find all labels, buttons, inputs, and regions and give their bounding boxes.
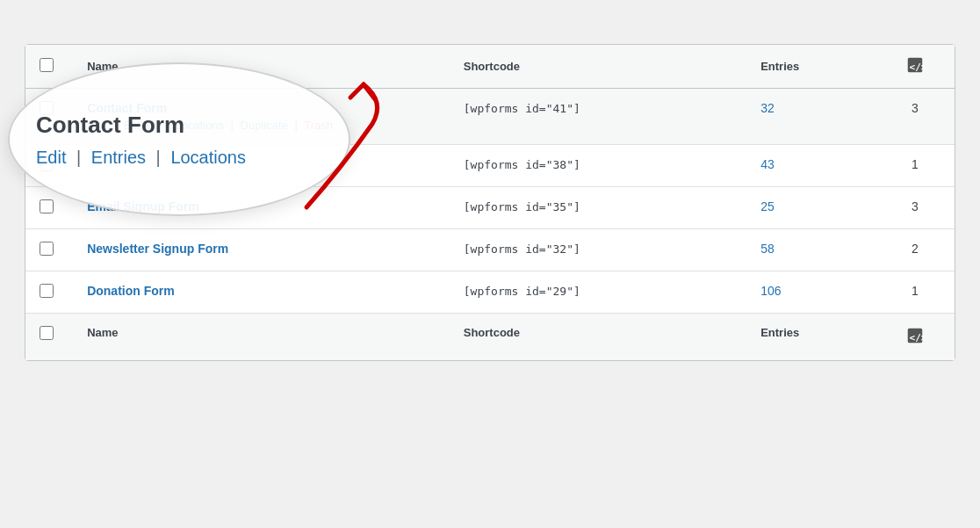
- forms-table: Name Shortcode Entries </>: [25, 45, 955, 360]
- code-icon: </>: [905, 64, 925, 77]
- entries-count: 32: [760, 101, 775, 115]
- header-name-col: Name: [73, 45, 450, 89]
- forms-table-container: Contact Form Edit | Entries | Locations: [25, 44, 955, 361]
- row-entries-cell: 58: [746, 229, 876, 271]
- row-checkbox-cell: [25, 89, 73, 145]
- form-name-link[interactable]: Email Signup Form: [87, 199, 199, 213]
- locations-link[interactable]: Locations: [175, 119, 224, 132]
- select-all-checkbox[interactable]: [40, 58, 54, 72]
- row-entries-cell: 106: [746, 271, 876, 314]
- row-checkbox[interactable]: [40, 157, 54, 171]
- row-name-cell: Donation Form: [73, 271, 450, 314]
- form-name-link[interactable]: Newsletter Signup Form: [87, 242, 228, 256]
- duplicate-link[interactable]: Duplicate: [241, 119, 288, 132]
- icon-count: 1: [912, 284, 919, 298]
- footer-name-col: Name: [73, 314, 450, 361]
- row-checkbox-cell: [25, 187, 73, 229]
- icon-count: 1: [912, 157, 919, 171]
- svg-text:</>: </>: [909, 61, 924, 73]
- icon-count: 3: [912, 101, 919, 115]
- footer-shortcode-col: Shortcode: [450, 314, 746, 361]
- entries-count: 25: [760, 199, 775, 213]
- row-checkbox-cell: [25, 145, 73, 187]
- header-entries-col: Entries: [746, 45, 876, 89]
- table-row: Donation Form [wpforms id="29"] 106 1: [25, 271, 955, 314]
- row-checkbox[interactable]: [40, 101, 54, 115]
- form-name-link[interactable]: Donation Form: [87, 284, 175, 298]
- row-checkbox[interactable]: [40, 242, 54, 256]
- shortcode-value: [wpforms id="35"]: [464, 200, 580, 213]
- table-row: Contact Form Edit | Entries | Locations …: [25, 89, 955, 145]
- icon-count: 2: [912, 242, 919, 256]
- row-shortcode-cell: [wpforms id="41"]: [450, 89, 746, 145]
- row-icon-cell: 1: [876, 271, 955, 314]
- shortcode-value: [wpforms id="32"]: [464, 242, 580, 256]
- row-icon-cell: 3: [876, 89, 955, 145]
- form-name-link[interactable]: [87, 157, 90, 171]
- row-entries-cell: 43: [746, 145, 876, 187]
- row-icon-cell: 2: [876, 229, 955, 271]
- entries-count: 106: [760, 284, 781, 298]
- footer-select-all-checkbox[interactable]: [40, 326, 54, 340]
- header-shortcode-col: Shortcode: [450, 45, 746, 89]
- table-row: [wpforms id="38"] 43 1: [25, 145, 955, 187]
- row-entries-cell: 25: [746, 187, 876, 229]
- row-shortcode-cell: [wpforms id="29"]: [450, 271, 746, 314]
- header-icon-col: </>: [876, 45, 955, 89]
- svg-text:</>: </>: [909, 332, 924, 344]
- row-shortcode-cell: [wpforms id="32"]: [450, 229, 746, 271]
- table-row: Newsletter Signup Form [wpforms id="32"]…: [25, 229, 955, 271]
- table-footer-row: Name Shortcode Entries </>: [25, 314, 955, 361]
- row-checkbox-cell: [25, 229, 73, 271]
- row-name-cell: Contact Form Edit | Entries | Locations …: [73, 89, 450, 145]
- row-name-cell: Email Signup Form: [73, 187, 450, 229]
- trash-link[interactable]: Trash: [304, 119, 333, 132]
- row-actions: Edit | Entries | Locations | Duplicate |…: [87, 119, 436, 132]
- row-name-cell: Newsletter Signup Form: [73, 229, 450, 271]
- footer-code-icon: </>: [905, 335, 925, 348]
- shortcode-value: [wpforms id="41"]: [464, 102, 580, 115]
- row-icon-cell: 3: [876, 187, 955, 229]
- entries-count: 58: [760, 242, 775, 256]
- footer-entries-col: Entries: [746, 314, 876, 361]
- row-shortcode-cell: [wpforms id="38"]: [450, 145, 746, 187]
- table-header-row: Name Shortcode Entries </>: [25, 45, 955, 89]
- row-entries-cell: 32: [746, 89, 876, 145]
- row-shortcode-cell: [wpforms id="35"]: [450, 187, 746, 229]
- shortcode-value: [wpforms id="38"]: [464, 158, 580, 171]
- row-checkbox-cell: [25, 271, 73, 314]
- table-row: Email Signup Form [wpforms id="35"] 25 3: [25, 187, 955, 229]
- form-name-link[interactable]: Contact Form: [87, 101, 167, 115]
- shortcode-value: [wpforms id="29"]: [464, 285, 580, 298]
- row-icon-cell: 1: [876, 145, 955, 187]
- row-checkbox[interactable]: [40, 284, 54, 298]
- footer-icon-col: </>: [876, 314, 955, 361]
- row-name-cell: [73, 145, 450, 187]
- icon-count: 3: [912, 199, 919, 213]
- footer-checkbox-col: [25, 314, 73, 361]
- edit-link[interactable]: Edit: [87, 119, 106, 132]
- row-checkbox[interactable]: [40, 199, 54, 213]
- entries-count: 43: [760, 157, 775, 171]
- header-checkbox-col: [25, 45, 73, 89]
- entries-link[interactable]: Entries: [123, 119, 158, 132]
